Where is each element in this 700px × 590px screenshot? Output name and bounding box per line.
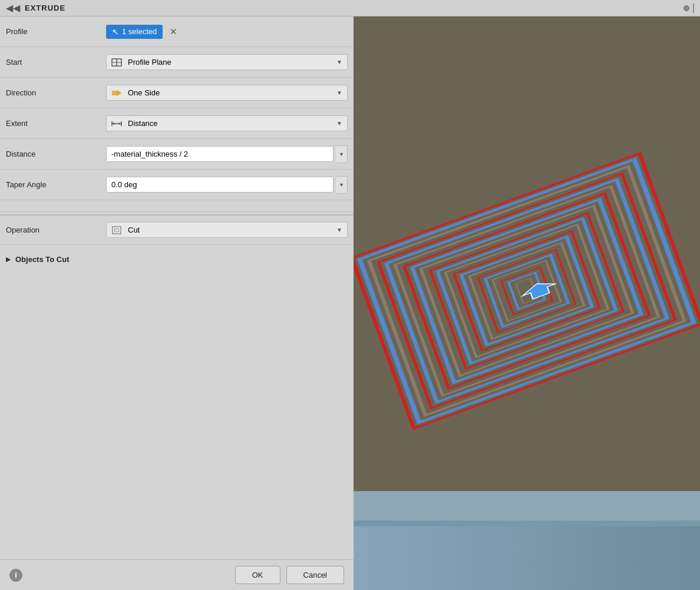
operation-dropdown-content: Cut — [111, 226, 140, 234]
info-button[interactable]: i — [9, 569, 22, 582]
taper-angle-input-wrapper: ▼ — [106, 176, 348, 194]
operation-control: Cut ▼ — [106, 222, 348, 238]
one-side-icon — [111, 89, 122, 97]
svg-marker-4 — [117, 90, 121, 96]
taper-angle-label: Taper Angle — [6, 180, 106, 189]
direction-dropdown[interactable]: One Side ▼ — [106, 85, 348, 101]
extent-dropdown-content: Distance — [111, 119, 158, 128]
distance-icon — [111, 120, 122, 128]
start-label: Start — [6, 58, 106, 67]
bottom-bar: i OK Cancel — [0, 559, 354, 590]
objects-to-cut-label: Objects To Cut — [15, 255, 69, 264]
dialog-title: EXTRUDE — [25, 4, 684, 12]
taper-angle-row: Taper Angle ▼ — [0, 170, 354, 200]
cut-icon — [111, 226, 122, 234]
viewport-3d[interactable] — [354, 16, 700, 590]
divider — [693, 4, 694, 13]
direction-row: Direction One Side ▼ — [0, 78, 354, 108]
distance-input[interactable] — [106, 146, 334, 162]
operation-label: Operation — [6, 226, 106, 234]
distance-input-wrapper: ▼ — [106, 145, 348, 163]
taper-angle-control: ▼ — [106, 176, 348, 194]
back-button[interactable]: ◀◀ — [6, 2, 20, 14]
svg-marker-37 — [354, 526, 700, 590]
start-value: Profile Plane — [128, 58, 171, 67]
profile-selected-button[interactable]: ↖ 1 selected — [106, 25, 163, 39]
form-area: Profile ↖ 1 selected ✕ Start — [0, 16, 354, 559]
start-control: Profile Plane ▼ — [106, 54, 348, 70]
profile-plane-icon — [111, 58, 122, 67]
direction-label: Direction — [6, 88, 106, 97]
svg-rect-11 — [114, 228, 119, 232]
start-dropdown[interactable]: Profile Plane ▼ — [106, 54, 348, 70]
start-row: Start Profile Plane ▼ — [0, 47, 354, 78]
profile-selected-label: 1 selected — [122, 27, 157, 36]
direction-dropdown-arrow: ▼ — [336, 90, 342, 96]
direction-dropdown-content: One Side — [111, 88, 160, 97]
viewport-svg — [354, 16, 700, 590]
extent-control: Distance ▼ — [106, 115, 348, 131]
extent-dropdown[interactable]: Distance ▼ — [106, 115, 348, 131]
distance-control: ▼ — [106, 145, 348, 163]
profile-clear-button[interactable]: ✕ — [167, 25, 180, 38]
direction-value: One Side — [128, 88, 160, 97]
profile-row: Profile ↖ 1 selected ✕ — [0, 16, 354, 47]
objects-to-cut-row: ▶ Objects To Cut — [0, 245, 354, 273]
main-content: Profile ↖ 1 selected ✕ Start — [0, 16, 700, 590]
profile-label: Profile — [6, 27, 106, 36]
expand-arrow-icon[interactable]: ▶ — [6, 256, 11, 263]
operation-row: Operation Cut ▼ — [0, 214, 354, 245]
extent-row: Extent Distance — [0, 108, 354, 139]
distance-row: Distance ▼ — [0, 139, 354, 170]
distance-input-arrow[interactable]: ▼ — [336, 145, 348, 163]
ok-button[interactable]: OK — [235, 566, 280, 584]
spacer — [0, 200, 354, 212]
extent-value: Distance — [128, 119, 158, 128]
svg-rect-3 — [112, 91, 117, 95]
bottom-left: i — [9, 569, 22, 582]
titlebar-controls — [684, 4, 694, 13]
taper-angle-input[interactable] — [106, 177, 334, 193]
extent-label: Extent — [6, 119, 106, 128]
extent-dropdown-arrow: ▼ — [336, 120, 342, 127]
operation-value: Cut — [128, 226, 140, 234]
operation-dropdown-arrow: ▼ — [336, 227, 342, 233]
taper-angle-input-arrow[interactable]: ▼ — [336, 176, 348, 194]
start-dropdown-arrow: ▼ — [336, 59, 342, 65]
minimize-button[interactable] — [684, 5, 689, 11]
start-dropdown-content: Profile Plane — [111, 58, 171, 67]
left-panel: Profile ↖ 1 selected ✕ Start — [0, 16, 354, 590]
profile-control: ↖ 1 selected ✕ — [106, 25, 348, 39]
titlebar: ◀◀ EXTRUDE — [0, 0, 700, 16]
direction-control: One Side ▼ — [106, 85, 348, 101]
operation-dropdown[interactable]: Cut ▼ — [106, 222, 348, 238]
cancel-button[interactable]: Cancel — [286, 566, 344, 584]
cursor-icon: ↖ — [112, 27, 119, 37]
distance-label: Distance — [6, 150, 106, 158]
bottom-buttons: OK Cancel — [235, 566, 344, 584]
